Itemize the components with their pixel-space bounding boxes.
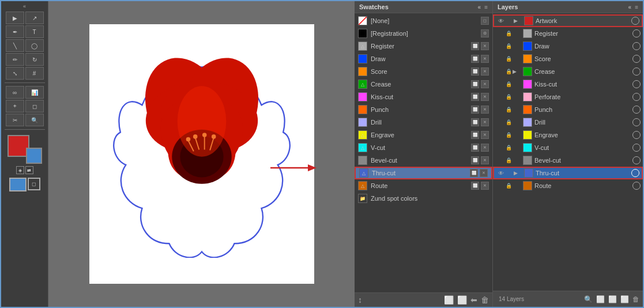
layer-route[interactable]: 🔒 Route (493, 179, 643, 192)
layer-eye-punch[interactable] (495, 105, 504, 114)
swatch-crease[interactable]: △ Crease ⬜ ✕ (355, 78, 492, 91)
layer-expand-thrucut[interactable]: ▶ (514, 170, 522, 176)
layer-lock-perforate[interactable]: 🔒 (504, 93, 513, 101)
swatch-bevelcut[interactable]: Bevel-cut ⬜ ✕ (355, 154, 492, 167)
swatch-route[interactable]: △ Route ⬜ ✕ (355, 179, 492, 192)
layer-eye-drill[interactable] (495, 118, 504, 127)
canvas[interactable] (89, 24, 314, 284)
layer-draw[interactable]: 🔒 Draw (493, 40, 643, 52)
swatch-new-color-group[interactable]: ⬜ (444, 295, 454, 305)
swatch-punch[interactable]: Punch ⬜ ✕ (355, 103, 492, 116)
layer-lock-score[interactable]: 🔒 (504, 55, 513, 63)
layer-kisscut[interactable]: 🔒 Kiss-cut (493, 78, 643, 91)
default-colors[interactable]: ◈ (16, 166, 24, 174)
layers-collapse-icon[interactable]: « (628, 4, 632, 10)
layers-new-layer-icon[interactable]: ⬜ (596, 295, 605, 303)
rotate-tool[interactable]: ↻ (25, 53, 44, 66)
layers-delete-icon[interactable]: 🗑 (632, 295, 639, 303)
layer-eye-thrucut[interactable]: 👁 (496, 168, 506, 178)
layer-eye-perforate[interactable] (495, 92, 504, 102)
swatch-new-swatch[interactable]: ⬜ (457, 295, 467, 305)
layer-crease[interactable]: 🔒 ▶ Crease (493, 65, 643, 78)
layers-search-icon[interactable]: 🔍 (584, 295, 593, 303)
chart-tool[interactable]: 📊 (25, 86, 44, 99)
swatch-zund[interactable]: 📁 Zund spot colors (355, 192, 492, 205)
layer-eye-score[interactable] (495, 54, 504, 63)
type-tool[interactable]: T (25, 25, 44, 38)
swatch-edit[interactable]: ⬅ (470, 295, 477, 305)
toolbar-collapse[interactable]: « (23, 3, 26, 9)
blend-tool[interactable]: ∞ (6, 86, 24, 99)
swatch-footer-options[interactable]: ↕ (358, 295, 362, 305)
layer-eye-bevelcut[interactable] (495, 156, 504, 165)
layer-expand-artwork[interactable]: ▶ (514, 18, 522, 24)
layer-lock-punch[interactable]: 🔒 (504, 106, 513, 114)
layer-lock-vcut[interactable]: 🔒 (504, 144, 513, 152)
pen-tool[interactable]: ✒ (6, 25, 24, 38)
layer-lock-crease[interactable]: 🔒 (504, 67, 513, 76)
layer-eye-route[interactable] (495, 181, 504, 190)
eraser-tool[interactable]: ◻ (25, 100, 44, 112)
layer-drill[interactable]: 🔒 Drill (493, 116, 643, 129)
ellipse-tool[interactable]: ◯ (25, 39, 44, 52)
fill-indicator[interactable] (9, 178, 27, 191)
layer-register[interactable]: 🔒 Register (493, 27, 643, 40)
layer-perforate[interactable]: 🔒 Perforate (493, 91, 643, 103)
layer-lock-route[interactable]: 🔒 (504, 182, 513, 190)
layer-eye-register[interactable] (495, 29, 504, 38)
swatch-action-score: ⬜ ✕ (471, 67, 489, 76)
layers-menu-icon[interactable]: ≡ (635, 4, 638, 10)
line-tool[interactable]: ╲ (6, 39, 24, 52)
swatches-collapse-icon[interactable]: « (478, 4, 481, 10)
layer-bevelcut[interactable]: 🔒 Bevel-cut (493, 154, 643, 167)
layer-eye-crease[interactable] (495, 67, 504, 76)
swap-colors[interactable]: ⇄ (25, 166, 33, 174)
background-color[interactable] (26, 148, 42, 164)
layer-lock-engrave[interactable]: 🔒 (504, 131, 513, 139)
scale-tool[interactable]: ⤡ (6, 67, 24, 80)
layer-lock-kisscut[interactable]: 🔒 (504, 80, 513, 88)
layer-eye-vcut[interactable] (495, 143, 504, 152)
brush-tool[interactable]: ✏ (6, 53, 24, 66)
mesh-tool[interactable]: # (25, 67, 44, 80)
swatch-score[interactable]: Score ⬜ ✕ (355, 65, 492, 78)
swatch-registration[interactable]: [Registration] ⚙ (355, 27, 492, 40)
layer-lock-draw[interactable]: 🔒 (504, 42, 513, 50)
layer-punch[interactable]: 🔒 Punch (493, 103, 643, 116)
swatch-delete[interactable]: 🗑 (481, 295, 489, 305)
swatch-drill[interactable]: Drill ⬜ ✕ (355, 116, 492, 129)
swatch-engrave[interactable]: △ Engrave ⬜ ✕ (355, 129, 492, 141)
layer-lock-register[interactable]: 🔒 (504, 29, 513, 37)
layer-eye-engrave[interactable] (495, 130, 504, 140)
layer-vcut[interactable]: 🔒 V-cut (493, 141, 643, 154)
layer-eye-artwork[interactable]: 👁 (496, 16, 506, 25)
layer-artwork[interactable]: 👁 ▶ Artwork (493, 14, 643, 27)
layer-lock-drill[interactable]: 🔒 (504, 118, 513, 126)
swatch-vcut[interactable]: △ V-cut ⬜ ✕ (355, 141, 492, 154)
swatch-draw[interactable]: Draw ⬜ ✕ (355, 52, 492, 65)
layer-lock-thrucut[interactable] (506, 169, 514, 177)
layer-engrave[interactable]: 🔒 Engrave (493, 129, 643, 141)
layer-name-score: Score (534, 55, 630, 62)
zoom-tool[interactable]: 🔍 (25, 114, 44, 126)
select-tool[interactable]: ▶ (6, 12, 24, 24)
layer-eye-kisscut[interactable] (495, 80, 504, 89)
swatch-thrucut[interactable]: △ Thru-cut ⬜ ✕ (355, 167, 492, 179)
layer-score[interactable]: 🔒 Score (493, 52, 643, 65)
direct-select-tool[interactable]: ↗ (25, 12, 44, 24)
layer-expand-crease[interactable]: ▶ (513, 69, 521, 74)
swatch-action-bevelcut: ⬜ ✕ (471, 156, 489, 164)
layers-merge-icon[interactable]: ⬜ (620, 295, 629, 303)
swatches-menu-icon[interactable]: ≡ (484, 4, 488, 10)
stroke-indicator[interactable]: ◻ (28, 178, 40, 190)
swatch-none[interactable]: [None] ◻ (355, 14, 492, 27)
layer-lock-bevelcut[interactable]: 🔒 (504, 156, 513, 164)
layer-lock-artwork[interactable] (506, 17, 514, 25)
slice-tool[interactable]: ⌖ (6, 100, 24, 112)
swatch-register[interactable]: △ Register ⬜ ✕ (355, 40, 492, 52)
scissors-tool[interactable]: ✂ (6, 114, 24, 126)
layer-thrucut[interactable]: 👁 ▶ Thru-cut (493, 167, 643, 179)
swatch-kisscut[interactable]: Kiss-cut ⬜ ✕ (355, 91, 492, 103)
layers-duplicate-icon[interactable]: ⬜ (608, 295, 617, 303)
layer-eye-draw[interactable] (495, 42, 504, 51)
